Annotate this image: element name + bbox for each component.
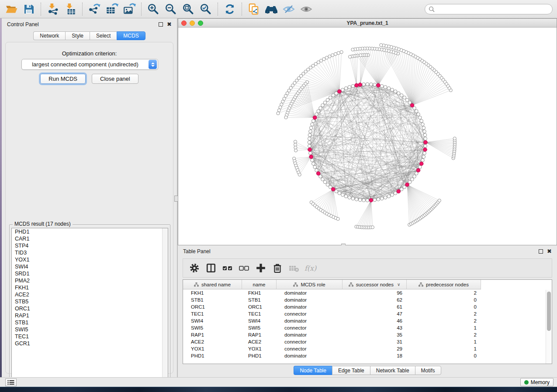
mcds-result-item[interactable]: FKH1 [12, 284, 168, 291]
tab-motifs[interactable]: Motifs [415, 366, 441, 375]
mcds-result-item[interactable]: PMA2 [12, 277, 168, 284]
tab-node-table[interactable]: Node Table [294, 366, 332, 375]
mcds-result-item[interactable]: SWI4 [12, 263, 168, 270]
run-mcds-button[interactable]: Run MCDS [40, 74, 86, 84]
network-window-title: YPA_prune.txt_1 [178, 20, 557, 26]
close-panel-button[interactable]: Close panel [92, 74, 138, 84]
memory-button[interactable]: Memory [520, 378, 554, 386]
zoom-fit-button[interactable] [180, 1, 196, 17]
search-input[interactable] [437, 5, 552, 13]
import-table-button[interactable] [62, 1, 78, 17]
sort-descending-icon: ∨ [397, 282, 400, 287]
table-cell: 47 [343, 310, 407, 317]
zoom-selected-icon [200, 3, 212, 15]
mcds-result-item[interactable]: ORC1 [12, 305, 168, 312]
table-row[interactable]: YOX1YOX1connector291 [183, 345, 552, 352]
tab-mcds[interactable]: MCDS [117, 31, 145, 40]
tab-network[interactable]: Network [33, 31, 65, 40]
delete-column-button[interactable] [270, 261, 284, 275]
select-stepper-icon [149, 60, 157, 69]
table-cell: SWI5 [242, 324, 277, 331]
scrollbar-thumb[interactable] [547, 292, 551, 331]
export-image-button[interactable] [121, 1, 137, 17]
deselect-all-button[interactable] [237, 261, 251, 275]
table-scrollbar[interactable] [546, 290, 551, 364]
list-scrollbar[interactable] [162, 228, 168, 384]
search-field[interactable] [425, 4, 553, 14]
close-table-panel-icon[interactable]: ✖ [547, 249, 552, 254]
refresh-button[interactable] [222, 1, 238, 17]
mcds-result-item[interactable]: STB1 [12, 319, 168, 326]
close-panel-icon[interactable]: ✖ [167, 22, 172, 27]
delete-table-icon [288, 263, 300, 273]
zoom-selected-button[interactable] [198, 1, 214, 17]
open-folder-icon [5, 3, 17, 15]
mcds-result-item[interactable]: SRD1 [12, 270, 168, 277]
mcds-result-item[interactable]: YOX1 [12, 256, 168, 263]
column-header-predecessor-nodes[interactable]: predecessor nodes [407, 280, 481, 289]
zoom-out-button[interactable] [163, 1, 179, 17]
add-column-button[interactable] [254, 261, 268, 275]
first-neighbors-button[interactable] [263, 1, 279, 17]
mcds-result-item[interactable]: TID3 [12, 249, 168, 256]
mcds-result-item[interactable]: ACE2 [12, 291, 168, 298]
mcds-result-item[interactable]: GCR1 [12, 340, 168, 347]
mcds-result-item[interactable]: STB5 [12, 298, 168, 305]
open-file-button[interactable] [3, 1, 19, 17]
column-header-mcds-role[interactable]: MCDS role [277, 280, 343, 289]
hide-selected-button[interactable] [281, 1, 297, 17]
table-cell: dominator [277, 331, 343, 338]
tab-select[interactable]: Select [90, 31, 117, 40]
float-table-panel-icon[interactable] [539, 249, 543, 254]
table-row[interactable]: FKH1FKH1dominator962 [183, 289, 552, 296]
tab-edge-table[interactable]: Edge Table [332, 366, 370, 375]
control-panel: Control Panel ✖ Network Style Select MCD… [2, 18, 177, 377]
network-graph[interactable] [178, 28, 557, 245]
column-header-successor-nodes[interactable]: successor nodes ∨ [343, 280, 407, 289]
tab-style[interactable]: Style [65, 31, 90, 40]
mcds-result-title: MCDS result (17 nodes) [13, 221, 73, 227]
export-network-button[interactable] [86, 1, 102, 17]
mcds-result-item[interactable]: TEC1 [12, 333, 168, 340]
column-header-shared-name[interactable]: shared name [183, 280, 242, 289]
table-cell: 31 [343, 338, 407, 345]
table-row[interactable]: PHD1PHD1dominator180 [183, 352, 552, 359]
column-header-name[interactable]: name [242, 280, 277, 289]
task-history-button[interactable] [5, 378, 17, 386]
mcds-result-item[interactable]: SWI5 [12, 326, 168, 333]
export-table-button[interactable] [104, 1, 120, 17]
copy-style-button[interactable] [246, 1, 262, 17]
eye-icon [300, 3, 313, 15]
float-panel-icon[interactable] [159, 22, 163, 27]
optimization-criterion-select[interactable]: largest connected component (undirected) [21, 59, 158, 70]
import-network-button[interactable] [45, 1, 61, 17]
table-row[interactable]: ACE2ACE2connector311 [183, 338, 552, 345]
table-row[interactable]: TEC1TEC1connector472 [183, 310, 552, 317]
save-button[interactable] [21, 1, 37, 17]
table-row[interactable]: ORC1ORC1dominator610 [183, 303, 552, 310]
tab-network-table[interactable]: Network Table [370, 366, 415, 375]
gear-icon [189, 263, 200, 273]
select-all-button[interactable] [221, 261, 235, 275]
table-settings-button[interactable] [187, 261, 201, 275]
zoom-in-button[interactable] [145, 1, 161, 17]
table-cell: YOX1 [242, 345, 277, 352]
table-row[interactable]: RAP1RAP1dominator352 [183, 331, 552, 338]
table-cell: 2 [407, 331, 481, 338]
mcds-result-item[interactable]: CAR1 [12, 235, 168, 242]
toolbar-separator [82, 3, 83, 16]
mcds-result-item[interactable]: RAP1 [12, 312, 168, 319]
table-cell: 0 [407, 296, 481, 303]
table-row[interactable]: STB1STB1dominator620 [183, 296, 552, 303]
mcds-result-list[interactable]: PHD1CAR1STP4TID3YOX1SWI4SRD1PMA2FKH1ACE2… [11, 228, 168, 384]
network-window-titlebar[interactable]: YPA_prune.txt_1 [178, 19, 557, 28]
table-cell: ACE2 [183, 338, 242, 345]
node-table[interactable]: shared name name MCDS role successor nod… [183, 279, 552, 364]
table-row[interactable]: SWI4SWI4dominator462 [183, 317, 552, 324]
mcds-result-item[interactable]: PHD1 [12, 228, 168, 235]
show-all-button[interactable] [298, 1, 314, 17]
mcds-result-item[interactable]: STP4 [12, 242, 168, 249]
show-columns-button[interactable] [204, 261, 218, 275]
table-cell: ACE2 [242, 338, 277, 345]
table-row[interactable]: SWI5SWI5connector431 [183, 324, 552, 331]
